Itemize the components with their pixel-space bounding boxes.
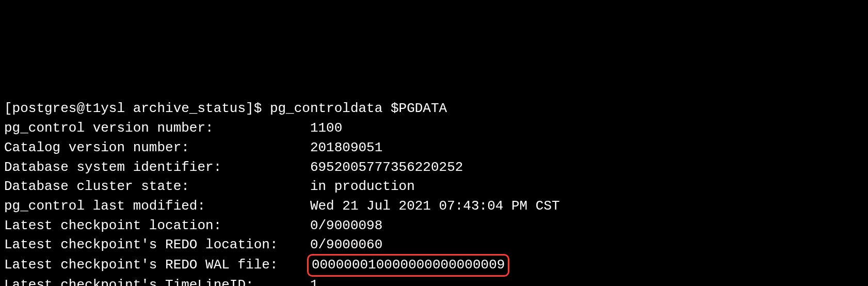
output-value: in production [310,179,415,194]
output-line: Database cluster state: in production [4,177,864,197]
output-value: Wed 21 Jul 2021 07:43:04 PM CST [310,198,560,214]
output-value: 6952005777356220252 [310,160,463,175]
output-value: 0/9000060 [310,237,382,252]
output-line: pg_control last modified: Wed 21 Jul 202… [4,197,864,216]
highlighted-value: 000000010000000000000009 [307,254,509,277]
output-line: Latest checkpoint location: 0/9000098 [4,216,864,236]
output-label: Latest checkpoint's REDO WAL file: [4,257,310,273]
output-line: Latest checkpoint's REDO WAL file: 00000… [4,255,864,276]
output-line: Latest checkpoint's REDO location: 0/900… [4,235,864,255]
output-line: Catalog version number: 201809051 [4,138,864,158]
output-container: pg_control version number: 1100Catalog v… [4,119,864,286]
output-label: Catalog version number: [4,140,310,155]
output-value: 201809051 [310,140,382,155]
output-line: Latest checkpoint's TimeLineID: 1 [4,276,864,286]
output-line: Database system identifier: 695200577735… [4,158,864,178]
command-prompt[interactable]: [postgres@t1ysl archive_status]$ pg_cont… [4,99,864,119]
output-value: 0/9000098 [310,218,382,233]
output-line: pg_control version number: 1100 [4,119,864,138]
output-label: pg_control version number: [4,120,310,136]
output-label: Database cluster state: [4,179,310,194]
terminal-output: [postgres@t1ysl archive_status]$ pg_cont… [4,80,864,286]
output-label: Latest checkpoint's TimeLineID: [4,277,310,286]
output-label: Database system identifier: [4,160,310,175]
output-label: pg_control last modified: [4,198,310,214]
output-value: 1 [310,277,318,286]
output-label: Latest checkpoint location: [4,218,310,233]
output-label: Latest checkpoint's REDO location: [4,237,310,252]
output-value: 1100 [310,120,342,136]
